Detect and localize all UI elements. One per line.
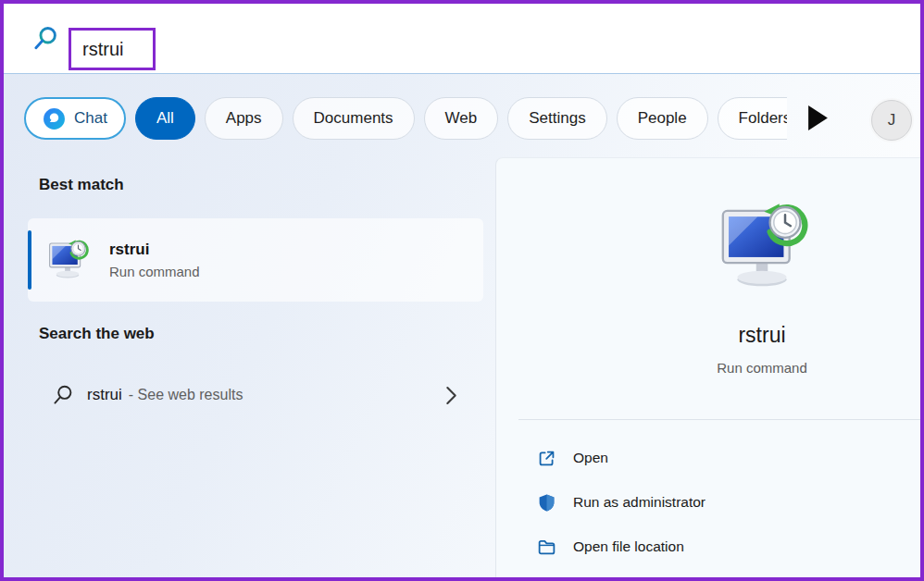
chevron-right-icon <box>445 386 457 405</box>
web-search-result[interactable]: rstrui - See web results <box>28 372 483 418</box>
action-open-label: Open <box>573 450 608 466</box>
open-icon <box>537 449 556 468</box>
search-bar[interactable]: rstrui <box>4 4 920 74</box>
filter-pills-row: Chat All Apps Documents Web Settings Peo… <box>24 94 787 142</box>
preview-actions: Open Run as administrator Open file loca… <box>496 436 920 569</box>
play-icon <box>808 105 828 130</box>
filter-chat[interactable]: Chat <box>24 97 126 140</box>
filter-web-label: Web <box>445 109 478 128</box>
web-query: rstrui <box>87 386 122 404</box>
action-location-label: Open file location <box>573 538 684 555</box>
filter-folders-label: Folders <box>739 109 787 128</box>
action-admin-label: Run as administrator <box>573 494 705 511</box>
account-avatar[interactable]: J <box>871 100 912 141</box>
result-title: rstrui <box>109 241 200 259</box>
bing-chat-icon <box>43 107 66 130</box>
filter-folders[interactable]: Folders <box>718 97 787 140</box>
windows-search-window: rstrui Chat All Apps Documents Web <box>0 0 924 581</box>
action-open[interactable]: Open <box>496 436 920 480</box>
filter-people[interactable]: People <box>617 97 708 140</box>
action-run-as-admin[interactable]: Run as administrator <box>496 480 920 525</box>
filter-settings-label: Settings <box>529 109 585 128</box>
more-filters-button[interactable] <box>805 105 830 131</box>
filter-chat-label: Chat <box>74 109 107 128</box>
preview-divider <box>518 419 920 420</box>
preview-subtitle: Run command <box>609 360 915 376</box>
filter-documents[interactable]: Documents <box>293 97 415 140</box>
filter-all[interactable]: All <box>135 97 195 140</box>
system-restore-icon-large <box>716 201 808 293</box>
folder-icon <box>537 538 556 557</box>
search-web-heading: Search the web <box>39 325 155 343</box>
filter-apps[interactable]: Apps <box>205 97 283 140</box>
preview-panel: rstrui Run command Open Run as administr… <box>495 157 920 577</box>
preview-title: rstrui <box>609 323 915 348</box>
selection-accent-bar <box>28 230 31 290</box>
action-open-file-location[interactable]: Open file location <box>496 525 920 569</box>
filter-documents-label: Documents <box>314 109 393 128</box>
filter-settings[interactable]: Settings <box>507 97 606 140</box>
filter-web[interactable]: Web <box>424 97 499 140</box>
filter-all-label: All <box>156 109 174 128</box>
search-icon <box>31 25 59 53</box>
web-suffix: - See web results <box>129 387 243 403</box>
system-restore-icon <box>46 239 89 281</box>
annotation-highlight: rstrui <box>69 28 156 70</box>
shield-icon <box>537 493 556 513</box>
avatar-initial: J <box>888 111 896 130</box>
preview-header: rstrui Run command <box>609 158 915 376</box>
filter-apps-label: Apps <box>226 109 262 128</box>
result-subtitle: Run command <box>109 264 200 279</box>
filter-people-label: People <box>638 109 687 128</box>
best-match-result[interactable]: rstrui Run command <box>28 218 483 302</box>
best-match-heading: Best match <box>39 176 124 194</box>
magnifier-icon <box>52 384 74 406</box>
best-match-text: rstrui Run command <box>109 241 200 279</box>
search-input[interactable]: rstrui <box>71 39 123 60</box>
